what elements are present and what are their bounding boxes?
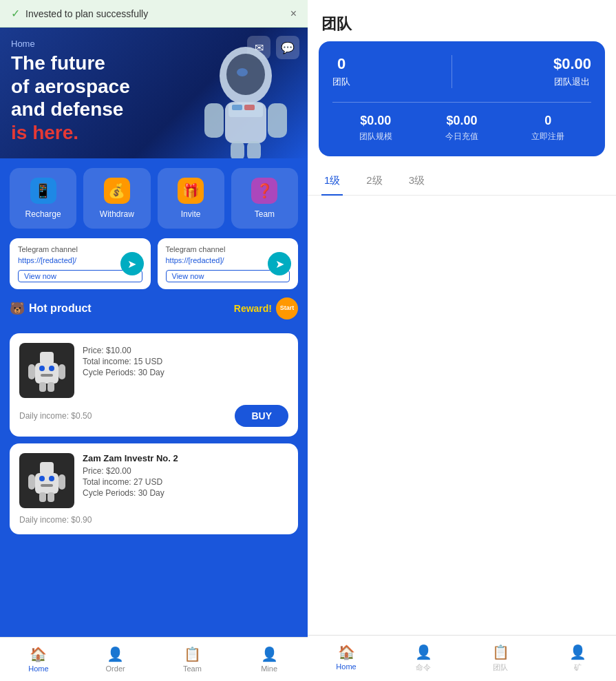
team-stats-card: 0 团队 $0.00 团队退出 $0.00 团队规模 $0.00 今日充值 0 … [319,41,605,156]
register-label: 立即注册 [505,131,591,143]
telegram-card-1: Telegram channel https://[redacted]/ Vie… [10,238,151,289]
svg-rect-12 [40,352,54,364]
today-recharge-number: $0.00 [418,114,505,128]
mine-nav-label: Mine [261,664,277,673]
tab-level3[interactable]: 3级 [406,167,427,196]
hot-title: 🐻 Hot product [10,301,92,316]
today-recharge-block: $0.00 今日充值 [418,114,505,143]
product-name-2: Zam Zam Investr No. 2 [83,453,288,463]
product-card-2: Zam Zam Investr No. 2 Price: $20.00 Tota… [10,443,298,534]
product-price-1: Price: $10.00 [83,346,288,355]
svg-rect-25 [59,474,65,490]
product-top-2: Zam Zam Investr No. 2 Price: $20.00 Tota… [19,453,288,508]
withdraw-icon: 💰 [104,178,130,204]
command-nav-label-right: 命令 [416,662,431,673]
team-nav-icon: 📋 [184,646,201,662]
svg-rect-20 [41,374,53,377]
product-image-1 [19,343,74,398]
team-button[interactable]: ❓ Team [231,168,298,229]
hero-text: Home The future of aerospace and defense… [11,39,130,144]
hero-home-label: Home [11,39,130,49]
nav-team-right[interactable]: 📋 团队 [462,641,539,675]
daily-income-1: Daily income: $0.50 [19,411,92,421]
hot-section: 🐻 Hot product Reward! Start [0,297,308,333]
svg-rect-14 [28,364,35,379]
team-size-label: 团队规模 [332,131,418,143]
nav-order-left[interactable]: 👤 Order [77,643,154,675]
telegram-icon-2[interactable]: ➤ [268,252,291,275]
svg-rect-16 [39,382,46,392]
team-page-title: 团队 [308,0,616,41]
team-size-number: $0.00 [332,114,418,128]
svg-rect-9 [232,105,242,110]
product-bottom-2: Daily income: $0.90 [19,515,288,525]
team-nav-label-right: 团队 [493,662,508,673]
stats-bottom: $0.00 团队规模 $0.00 今日充值 0 立即注册 [332,102,591,143]
nav-home-left[interactable]: 🏠 Home [0,643,77,675]
astronaut-illustration [170,28,308,158]
svg-rect-10 [244,105,255,110]
product-bottom-1: Daily income: $0.50 BUY [19,405,288,427]
badge-text: Start [280,305,295,312]
mine-nav-icon: 👤 [261,646,278,662]
mine-nav-icon-right: 👤 [569,644,586,660]
team-exit-number: $0.00 [553,55,591,73]
stats-top: 0 团队 $0.00 团队退出 [332,55,591,88]
check-icon: ✓ [11,7,20,20]
level-tabs: 1级 2级 3级 [308,167,616,196]
team-count-label: 团队 [332,76,350,88]
telegram-card-2: Telegram channel https://[redacted]/ Vie… [158,238,299,289]
order-nav-label: Order [106,664,125,673]
telegram-icon-1[interactable]: ➤ [120,252,144,275]
reward-badge[interactable]: Start [276,297,298,319]
tg-url-1: https://[redacted]/ [18,256,100,264]
nav-mine-left[interactable]: 👤 Mine [231,643,308,675]
svg-rect-13 [35,363,59,384]
team-nav-label: Team [183,664,202,673]
nav-team-left[interactable]: 📋 Team [154,643,231,675]
withdraw-button[interactable]: 💰 Withdraw [83,168,150,229]
hero-title-line2: of aerospace [11,76,130,97]
svg-point-18 [39,366,45,371]
tg-label-1: Telegram channel [18,245,142,253]
team-nav-icon-right: 📋 [492,644,509,660]
tg-label-2: Telegram channel [166,245,290,253]
product-cycle-1: Cycle Periods: 30 Day [83,368,288,377]
tg-url-2: https://[redacted]/ [166,256,248,264]
svg-rect-7 [247,141,261,158]
withdraw-label: Withdraw [100,209,134,219]
nav-home-right[interactable]: 🏠 Home [308,641,385,675]
product-image-2 [19,453,74,508]
tab-level2[interactable]: 2级 [363,167,385,196]
team-count-number: 0 [332,55,350,73]
toast-close-button[interactable]: × [290,8,297,20]
hot-title-text: Hot product [29,302,92,315]
nav-mine-right[interactable]: 👤 矿 [539,641,616,675]
daily-income-2: Daily income: $0.90 [19,515,92,525]
product-info-1: Price: $10.00 Total income: 15 USD Cycle… [83,343,288,398]
recharge-button[interactable]: 📱 Recharge [10,168,76,229]
product-info-2: Zam Zam Investr No. 2 Price: $20.00 Tota… [83,453,288,508]
toast-text: Invested to plan successfully [25,8,148,19]
bear-icon: 🐻 [10,301,25,316]
register-block: 0 立即注册 [505,114,591,143]
command-nav-icon-right: 👤 [415,644,432,660]
svg-point-29 [49,476,54,481]
tab-level1[interactable]: 1级 [321,167,343,196]
left-panel: ✓ Invested to plan successfully × Home T… [0,0,308,681]
product-card-1: Price: $10.00 Total income: 15 USD Cycle… [10,333,298,437]
hero-title-red: is here. [11,122,78,143]
product-income-1: Total income: 15 USD [83,357,288,366]
invite-button[interactable]: 🎁 Invite [158,168,224,229]
invite-label: Invite [181,209,201,219]
team-content-area [308,196,616,635]
toast-notification: ✓ Invested to plan successfully × [0,0,308,28]
svg-rect-24 [28,474,35,490]
team-count-block: 0 团队 [332,55,350,88]
svg-rect-6 [231,141,244,158]
hero-title: The future of aerospace and defense is h… [11,52,130,144]
svg-rect-30 [41,484,53,487]
buy-button-1[interactable]: BUY [235,405,288,427]
nav-command-right[interactable]: 👤 命令 [385,641,462,675]
order-nav-icon: 👤 [107,646,124,662]
